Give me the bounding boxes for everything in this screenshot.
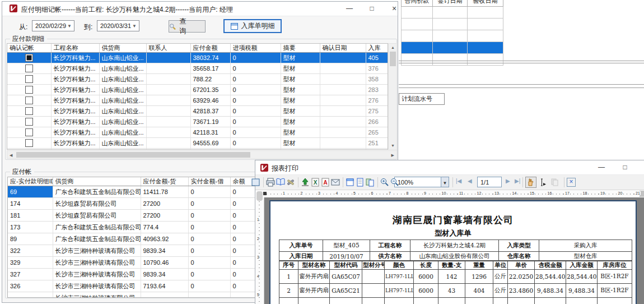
single-page-icon[interactable] bbox=[356, 178, 365, 187]
first-page-icon[interactable]: |◀ bbox=[456, 178, 461, 184]
table-row[interactable]: 326长沙市三湘特种玻璃有限公司7193.6400 bbox=[8, 280, 255, 292]
export-icon[interactable] bbox=[301, 178, 310, 187]
text-select-icon[interactable] bbox=[538, 178, 547, 187]
confirm-checkbox[interactable] bbox=[25, 139, 33, 147]
confirm-checkbox[interactable] bbox=[25, 107, 33, 115]
group-title: 应付帐 bbox=[10, 168, 34, 176]
zoom-combo-arrow[interactable]: ▼ bbox=[441, 177, 449, 187]
table-row[interactable]: 89广东合和建筑五金制品有限公司40963.9200 bbox=[8, 233, 255, 245]
table-row[interactable]: 长沙万科魅力...山东南山铝业...788.220型材358 bbox=[7, 74, 388, 85]
column-header[interactable]: 进项税额 bbox=[230, 44, 281, 53]
scroll-down-icon[interactable]: ▼ bbox=[391, 144, 395, 148]
column-header[interactable]: 应-实付款明细ID bbox=[8, 177, 53, 186]
maximize-button[interactable]: □ bbox=[363, 2, 380, 16]
table-row[interactable]: 长沙万科魅力...山东南山铝业...94555.690型材251 bbox=[7, 138, 388, 149]
tools-icon[interactable] bbox=[286, 178, 295, 187]
cell-supplier: 山东南山铝业... bbox=[99, 117, 146, 127]
detail-header: 长度 bbox=[414, 261, 438, 270]
column-header[interactable]: 供货商 bbox=[53, 177, 141, 186]
prev-page-icon[interactable]: ◀ bbox=[468, 178, 472, 184]
column-header[interactable]: 摘要 bbox=[281, 44, 320, 53]
table-row[interactable]: 181长沙坦森贸易有限公司2720000 bbox=[8, 210, 255, 222]
titlebar[interactable]: 报表打印 — □ × bbox=[255, 160, 644, 175]
column-header[interactable]: 工程名称 bbox=[51, 44, 99, 53]
confirm-checkbox[interactable] bbox=[25, 65, 33, 72]
column-header[interactable]: 确认记帐 bbox=[7, 44, 51, 53]
table-row[interactable]: 69广东合和建筑五金制品有限公司11411.7800 bbox=[8, 186, 255, 198]
confirm-checkbox[interactable] bbox=[25, 75, 33, 83]
minimize-button[interactable]: — bbox=[341, 2, 358, 16]
table-row[interactable]: 长沙万科魅力...山东南山铝业...3895.840型材250 bbox=[7, 149, 388, 150]
table-row[interactable]: 长沙万科魅力...山东南山铝业...63929.460型材276 bbox=[7, 95, 388, 106]
cell: 9839.34 bbox=[141, 245, 188, 257]
confirm-checkbox[interactable] bbox=[25, 54, 33, 62]
cell-contact bbox=[146, 138, 190, 149]
from-date-combo[interactable]: 2020/02/29 ▼ bbox=[32, 20, 74, 31]
excel-icon[interactable]: X bbox=[311, 178, 320, 187]
preview-canvas[interactable]: 湖南巨晟门窗幕墙有限公司 型材入库单 入库单号型材_405工程名称长沙万科魅力之… bbox=[264, 197, 644, 304]
table-row[interactable]: 长沙万科魅力...山东南山铝业...35658.170型材376 bbox=[7, 63, 388, 74]
confirm-checkbox[interactable] bbox=[25, 86, 33, 94]
table-row bbox=[402, 7, 503, 19]
query-button[interactable]: 查 询 bbox=[169, 20, 206, 33]
minimize-button[interactable]: — bbox=[593, 160, 610, 174]
confirm-checkbox[interactable] bbox=[25, 118, 33, 126]
copy-icon[interactable] bbox=[550, 178, 559, 187]
table-row[interactable]: 174长沙坦森贸易有限公司2720000 bbox=[8, 198, 255, 210]
column-header[interactable]: 确认日期 bbox=[320, 44, 366, 53]
close-button[interactable]: × bbox=[638, 160, 644, 174]
table-row[interactable]: 长沙万科魅力...山东南山铝业...42818.370型材275 bbox=[7, 106, 388, 117]
zoom-combo[interactable]: 100% bbox=[394, 177, 441, 187]
confirm-checkbox[interactable] bbox=[25, 128, 33, 136]
table-row[interactable]: 长沙万科魅力...山东南山铝业...73671.190型材266 bbox=[7, 117, 388, 127]
scroll-right-icon[interactable]: ▶ bbox=[391, 153, 394, 157]
to-date-combo[interactable]: 2020/03/31 ▼ bbox=[97, 20, 139, 31]
multi-page-icon[interactable] bbox=[366, 178, 375, 187]
confirm-checkbox[interactable] bbox=[25, 96, 33, 104]
column-header[interactable]: 联系人 bbox=[146, 44, 190, 53]
printer-icon[interactable] bbox=[266, 178, 275, 187]
doc-panel-icon[interactable] bbox=[251, 178, 260, 187]
maximize-button[interactable]: □ bbox=[617, 160, 633, 174]
book-icon[interactable] bbox=[276, 178, 285, 187]
page-setup-icon[interactable] bbox=[346, 178, 354, 187]
last-page-icon[interactable]: ▶| bbox=[515, 178, 520, 184]
report-info-table: 入库单号型材_405工程名称长沙万科魅力之城4.2期入库类型采购入库入库日期20… bbox=[279, 239, 632, 261]
table-row[interactable]: 322长沙市三湘特种玻璃有限公司9839.3400 bbox=[8, 245, 255, 257]
inbound-detail-button[interactable]: 入库单明细 bbox=[223, 19, 282, 33]
pdf-icon[interactable]: A bbox=[321, 178, 330, 187]
report-toolbar: 100% ▼ |◀ ◀ 1/1 ▶ ▶| XA× bbox=[255, 175, 644, 190]
detail-row-empty bbox=[279, 298, 632, 304]
mail-icon[interactable] bbox=[331, 178, 340, 187]
table-row[interactable]: 长沙市三湘特种玻璃有限公司 bbox=[8, 292, 255, 298]
titlebar[interactable]: 应付明细记帐------当前工程: 长沙万科魅力之城4.2期------当前用户… bbox=[2, 2, 398, 16]
column-header[interactable]: 实付金额-借 bbox=[188, 177, 230, 186]
column-header[interactable]: 供货商 bbox=[99, 44, 146, 53]
zoom-out-icon[interactable] bbox=[390, 178, 399, 187]
hand-tool-selected[interactable] bbox=[525, 177, 536, 188]
scroll-thumb[interactable] bbox=[256, 191, 263, 201]
zoom-in-icon[interactable] bbox=[380, 178, 389, 187]
horizontal-scrollbar[interactable]: ◀ ▶ bbox=[7, 150, 397, 159]
table-row[interactable]: 173广东合和建筑五金制品有限公司774.400 bbox=[8, 222, 255, 233]
close-icon[interactable]: × bbox=[567, 178, 576, 187]
scroll-left-icon[interactable]: ◀ bbox=[10, 153, 12, 157]
scroll-up-icon[interactable]: ▲ bbox=[391, 45, 395, 49]
cell-project: 长沙万科魅力... bbox=[51, 85, 99, 95]
column-header[interactable]: 应付金额-货 bbox=[141, 177, 188, 186]
cell: 长沙坦森贸易有限公司 bbox=[53, 210, 141, 222]
vertical-scrollbar[interactable]: ▲ ▼ bbox=[388, 43, 397, 150]
table-row[interactable]: 长沙万科魅力...山东南山铝业...38032.740型材405 bbox=[7, 53, 388, 63]
column-header[interactable]: 应付金额 bbox=[190, 44, 230, 53]
table-row[interactable]: 327长沙市三湘特种玻璃有限公司9839.3400 bbox=[8, 269, 255, 280]
page-number-box[interactable]: 1/1 bbox=[477, 177, 502, 187]
column-header[interactable]: 入库 bbox=[366, 44, 388, 53]
info-label: 入库单号 bbox=[279, 240, 323, 252]
close-button[interactable]: × bbox=[386, 2, 403, 16]
next-page-icon[interactable]: ▶ bbox=[506, 178, 510, 184]
table-row[interactable]: 329长沙市三湘特种玻璃有限公司10790.4600 bbox=[8, 257, 255, 269]
cell-tax: 0 bbox=[230, 95, 281, 106]
table-row[interactable]: 长沙万科魅力...山东南山铝业...42118.310型材265 bbox=[7, 127, 388, 138]
table-row[interactable]: 长沙万科魅力...山东南山铝业...67201.350型材283 bbox=[7, 85, 388, 95]
cell-project: 长沙万科魅力... bbox=[51, 127, 99, 138]
